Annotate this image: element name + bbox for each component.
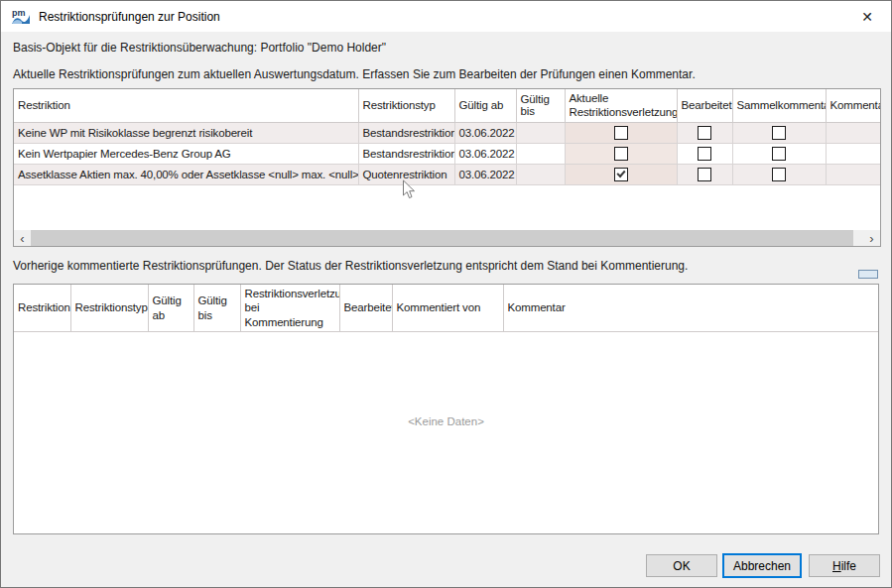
bearbeitet-checkbox[interactable] [698, 168, 711, 181]
cell-bearbeitet [677, 122, 732, 143]
pm-app-icon: pm [11, 8, 31, 26]
col-bearbeitet[interactable]: Bearbeitet [339, 285, 392, 332]
bearbeitet-checkbox[interactable] [698, 126, 711, 140]
cell-restriktion: Keine WP mit Risikoklasse begrenzt risik… [14, 122, 358, 143]
cell-gueltig-bis [516, 164, 565, 184]
col-restriktion[interactable]: Restriktion [14, 89, 358, 122]
cell-gueltig-ab: 03.06.2022 [454, 164, 516, 184]
current-checks-hint: Aktuelle Restriktionsprüfungen zum aktue… [13, 67, 696, 81]
no-data-placeholder: <Keine Daten> [14, 415, 878, 427]
col-kommentar[interactable]: Kommentar [826, 89, 880, 122]
close-icon[interactable]: ✕ [849, 1, 885, 32]
col-kommentiert-von[interactable]: Kommentiert von [392, 285, 503, 332]
cell-gueltig-ab: 03.06.2022 [454, 143, 516, 164]
ok-button-label: OK [673, 559, 690, 573]
verletzung-checkbox[interactable] [614, 168, 628, 181]
current-table-header-row: Restriktion Restriktionstyp Gültig ab Gü… [14, 89, 880, 122]
scroll-left-icon[interactable]: ‹ [14, 230, 31, 246]
cell-restriktionstyp: Bestandsrestriktion [358, 143, 454, 164]
svg-text:pm: pm [12, 8, 26, 18]
col-sammelkommentar[interactable]: Sammelkommentar [732, 89, 826, 122]
col-restriktionsverletzung-bei-kommentierung[interactable]: Restriktionsverletzung bei Kommentierung [240, 285, 339, 332]
previous-table-header-row: Restriktion Restriktionstyp Gültig ab Gü… [14, 285, 878, 332]
col-gueltig-ab[interactable]: Gültig ab [454, 89, 516, 122]
sammelkommentar-checkbox[interactable] [772, 147, 786, 161]
bearbeitet-checkbox[interactable] [698, 147, 711, 161]
window-title: Restriktionsprüfungen zur Position [39, 10, 220, 24]
cell-gueltig-bis [516, 122, 565, 143]
help-button[interactable]: Hilfe [809, 554, 880, 577]
cell-verletzung [565, 143, 677, 164]
cell-verletzung [565, 164, 677, 184]
title-bar: pm Restriktionsprüfungen zur Position ✕ [1, 1, 891, 32]
cell-restriktion: Kein Wertpapier Mercedes-Benz Group AG [14, 143, 358, 164]
horizontal-scrollbar[interactable]: ‹ › [14, 230, 880, 246]
help-button-label: Hilfe [832, 559, 856, 573]
cancel-button-label: Abbrechen [733, 559, 791, 573]
collapse-section-icon[interactable] [858, 270, 878, 279]
cell-gueltig-bis [516, 143, 565, 164]
col-restriktion[interactable]: Restriktion [14, 285, 70, 332]
verletzung-checkbox[interactable] [614, 147, 628, 161]
basis-object-label: Basis-Objekt für die Restriktionsüberwac… [13, 41, 386, 55]
cell-sammelkommentar [732, 164, 826, 184]
cell-kommentar[interactable] [826, 122, 880, 143]
sammelkommentar-checkbox[interactable] [772, 126, 786, 140]
cell-verletzung [565, 122, 677, 143]
sammelkommentar-checkbox[interactable] [772, 168, 786, 181]
previous-checks-table: Restriktion Restriktionstyp Gültig ab Gü… [13, 284, 879, 534]
cell-bearbeitet [677, 164, 732, 184]
col-restriktionstyp[interactable]: Restriktionstyp [358, 89, 454, 122]
table-row[interactable]: Keine WP mit Risikoklasse begrenzt risik… [14, 122, 880, 143]
table-empty-area [14, 185, 880, 230]
cell-sammelkommentar [732, 143, 826, 164]
restriction-checks-dialog: pm Restriktionsprüfungen zur Position ✕ … [0, 0, 892, 588]
previous-checks-label: Vorherige kommentierte Restriktionsprüfu… [13, 259, 688, 273]
col-gueltig-bis[interactable]: Gültig bis [193, 285, 240, 332]
cell-restriktionstyp: Bestandsrestriktion [358, 122, 454, 143]
cell-restriktionstyp: Quotenrestriktion [358, 164, 454, 184]
col-gueltig-bis[interactable]: Gültig bis [516, 89, 565, 122]
col-restriktionstyp[interactable]: Restriktionstyp [70, 285, 148, 332]
ok-button[interactable]: OK [646, 554, 717, 577]
scrollbar-track[interactable] [31, 230, 863, 246]
col-kommentar[interactable]: Kommentar [503, 285, 878, 332]
cell-bearbeitet [677, 143, 732, 164]
cell-gueltig-ab: 03.06.2022 [454, 122, 516, 143]
scrollbar-thumb[interactable] [31, 230, 853, 246]
cancel-button[interactable]: Abbrechen [722, 553, 802, 578]
cell-kommentar[interactable] [826, 143, 880, 164]
col-aktuelle-restriktionsverletzung[interactable]: Aktuelle Restriktionsverletzung [565, 89, 677, 122]
table-row[interactable]: Assetklasse Aktien max. 40,00% oder Asse… [14, 164, 880, 184]
cell-restriktion: Assetklasse Aktien max. 40,00% oder Asse… [14, 164, 358, 184]
cell-kommentar[interactable] [826, 164, 880, 184]
col-bearbeitet[interactable]: Bearbeitet [677, 89, 732, 122]
current-checks-table: Restriktion Restriktionstyp Gültig ab Gü… [13, 88, 881, 247]
verletzung-checkbox[interactable] [614, 126, 628, 140]
col-gueltig-ab[interactable]: Gültig ab [148, 285, 193, 332]
table-row[interactable]: Kein Wertpapier Mercedes-Benz Group AG B… [14, 143, 880, 164]
scroll-right-icon[interactable]: › [863, 230, 880, 246]
cell-sammelkommentar [732, 122, 826, 143]
